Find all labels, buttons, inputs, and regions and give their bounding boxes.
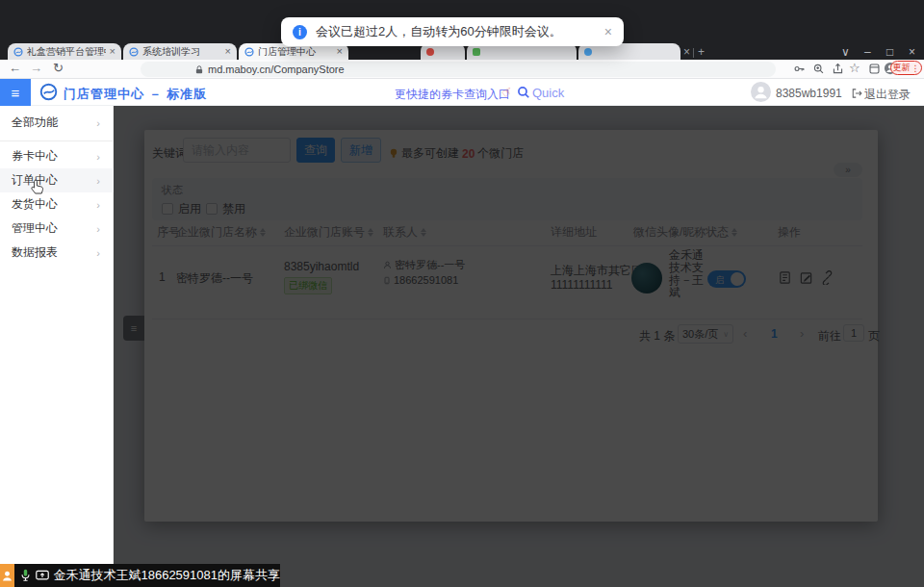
tab-label: 系统培训学习 <box>142 45 221 59</box>
logout-icon[interactable] <box>851 88 862 99</box>
tab-close-icon[interactable]: × <box>110 46 116 57</box>
sidebar-item-all-functions[interactable]: 全部功能› <box>0 111 114 135</box>
user-avatar[interactable] <box>751 82 771 102</box>
chevron-right-icon: › <box>96 175 100 187</box>
browser-update-button[interactable]: 更新 ⋮ <box>890 61 922 75</box>
screen-share-bar: 金禾通技术王斌18662591081的屏幕共享 <box>0 564 280 587</box>
page-title: 门店管理中心 － 标准版 <box>64 86 207 103</box>
quick-label[interactable]: Quick <box>532 86 564 100</box>
mic-icon[interactable] <box>20 569 31 582</box>
sidebar-drawer: 全部功能› 券卡中心› 订单中心› 发货中心› 管理中心› 数据报表› <box>0 106 114 587</box>
back-icon[interactable]: ← <box>9 62 21 74</box>
username-text: 8385wb1991 <box>776 87 842 100</box>
screen: 礼盒营销平台管理中心 × 系统培训学习 × 门店管理中心 × × + ∨ – □… <box>0 0 924 587</box>
window-close-icon[interactable]: × <box>909 45 915 59</box>
update-label: 更新 <box>893 62 911 74</box>
zoom-icon[interactable] <box>812 63 825 75</box>
tab-search-icon[interactable] <box>868 63 881 75</box>
bookmark-star-icon[interactable]: ☆ <box>849 62 860 74</box>
forward-icon[interactable]: → <box>30 62 42 74</box>
tab-favicon-icon <box>426 48 434 56</box>
sidebar-item-data-reports[interactable]: 数据报表› <box>0 241 114 265</box>
tab-close-icon[interactable]: × <box>337 46 343 57</box>
info-icon: i <box>293 25 307 39</box>
tab-label: 门店管理中心 <box>258 45 333 59</box>
chevron-right-icon: › <box>96 199 100 211</box>
browser-tab-1[interactable]: 礼盒营销平台管理中心 × <box>8 43 121 60</box>
toast-close-icon[interactable]: × <box>604 24 612 39</box>
reload-icon[interactable]: ↻ <box>53 62 64 74</box>
lock-icon <box>194 64 204 75</box>
key-icon[interactable] <box>793 63 806 75</box>
sidebar-item-shipping-center[interactable]: 发货中心› <box>0 192 114 217</box>
window-menu-icon[interactable]: ∨ <box>841 45 850 59</box>
sidebar-item-order-center[interactable]: 订单中心› <box>0 168 114 192</box>
url-text[interactable]: md.maboy.cn/CompanyStore <box>208 64 345 75</box>
new-tab-button[interactable]: + <box>698 45 705 59</box>
toast-message: 会议已超过2人，自动转为60分钟限时会议。 <box>316 23 596 40</box>
tab-label: 礼盒营销平台管理中心 <box>27 45 106 59</box>
screen-share-icon[interactable] <box>36 570 49 581</box>
coupon-query-link[interactable]: 更快捷的券卡查询入口 <box>395 87 510 103</box>
chevron-right-icon: › <box>96 117 100 129</box>
quick-search-icon[interactable] <box>517 86 530 99</box>
app-logo-icon <box>39 83 58 101</box>
sidebar-item-coupon-center[interactable]: 券卡中心› <box>0 144 114 168</box>
chevron-right-icon: › <box>96 151 100 163</box>
kebab-menu-icon[interactable]: ⋮ <box>911 64 920 73</box>
meeting-toast: i 会议已超过2人，自动转为60分钟限时会议。 × <box>281 17 624 46</box>
window-maximize-icon[interactable]: □ <box>886 45 893 59</box>
tab-favicon-icon <box>129 47 139 57</box>
share-icon[interactable] <box>832 63 844 75</box>
chevron-right-icon: › <box>96 223 100 235</box>
tabstrip-divider <box>693 48 694 58</box>
sidebar-divider <box>0 140 114 141</box>
logout-button[interactable]: 退出登录 <box>864 87 911 103</box>
chevron-right-icon: › <box>96 247 100 259</box>
tab-favicon-icon <box>473 48 480 56</box>
window-minimize-icon[interactable]: – <box>864 45 871 59</box>
tab-close-icon[interactable]: × <box>225 46 231 57</box>
close-tab-icon[interactable]: × <box>683 45 690 59</box>
sidebar-toggle-button[interactable]: ≡ <box>0 79 31 106</box>
presenter-icon <box>0 564 14 587</box>
tab-favicon-icon <box>244 47 254 57</box>
sidebar-item-management-center[interactable]: 管理中心› <box>0 217 114 241</box>
tab-favicon-icon <box>13 47 23 57</box>
tab-favicon-icon <box>584 48 592 56</box>
share-bar-text: 金禾通技术王斌18662591081的屏幕共享 <box>53 567 280 584</box>
browser-tab-2[interactable]: 系统培训学习 × <box>123 43 237 60</box>
modal-overlay[interactable] <box>114 106 924 587</box>
cursor-pointer <box>31 179 44 194</box>
